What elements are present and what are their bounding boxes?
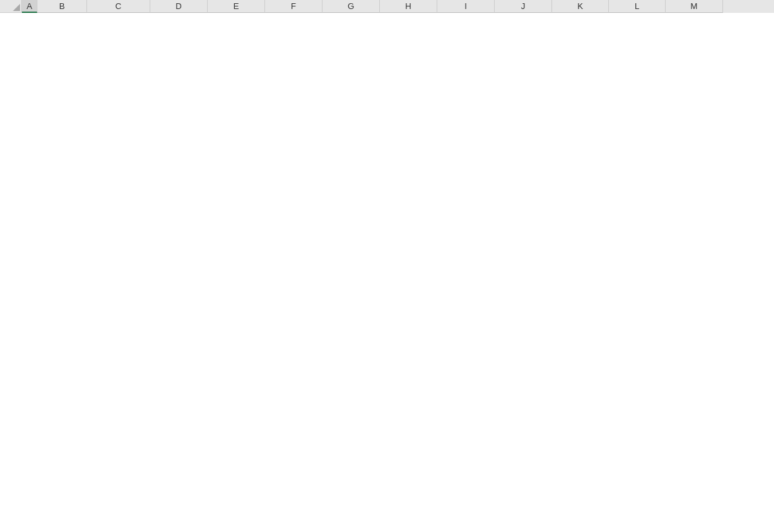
col-header-J[interactable]: J — [495, 0, 552, 13]
col-header-L[interactable]: L — [609, 0, 666, 13]
col-header-E[interactable]: E — [208, 0, 265, 13]
column-headers: A B C D E F G H I J K L M — [0, 0, 774, 13]
col-header-F[interactable]: F — [265, 0, 322, 13]
col-header-M[interactable]: M — [666, 0, 723, 13]
col-header-A[interactable]: A — [22, 0, 37, 13]
spreadsheet: A B C D E F G H I J K L M 10111213141516… — [0, 0, 774, 13]
col-header-C[interactable]: C — [87, 0, 150, 13]
select-all-corner[interactable] — [0, 0, 22, 13]
col-header-K[interactable]: K — [552, 0, 609, 13]
col-header-I[interactable]: I — [437, 0, 495, 13]
col-header-D[interactable]: D — [150, 0, 208, 13]
col-header-H[interactable]: H — [380, 0, 437, 13]
col-header-B[interactable]: B — [37, 0, 87, 13]
col-header-G[interactable]: G — [322, 0, 380, 13]
